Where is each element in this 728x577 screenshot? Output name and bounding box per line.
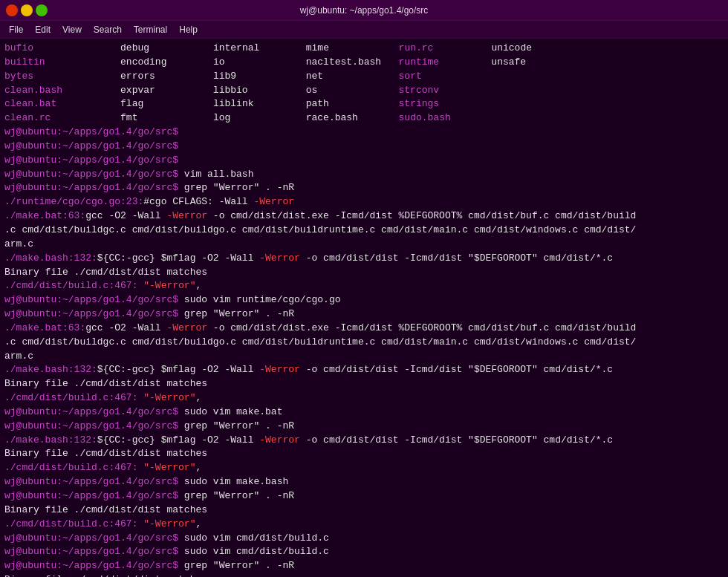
menu-help[interactable]: Help	[173, 23, 204, 36]
terminal-line: ./runtime/cgo/cgo.go:23:#cgo CFLAGS: -Wa…	[4, 195, 724, 209]
terminal-line: wj@ubuntu:~/apps/go1.4/go/src$ sudo vim …	[4, 545, 724, 559]
terminal-line: clean.bash expvar libbio os strconv	[4, 84, 724, 98]
menu-bar: File Edit View Search Terminal Help	[0, 21, 728, 39]
terminal-line: wj@ubuntu:~/apps/go1.4/go/src$	[4, 125, 724, 140]
terminal-line: wj@ubuntu:~/apps/go1.4/go/src$ sudo vim …	[4, 405, 724, 420]
terminal-line: .c cmd/dist/buildgc.c cmd/dist/buildgo.c…	[4, 224, 724, 238]
minimize-button[interactable]	[21, 4, 33, 16]
terminal-line: .c cmd/dist/buildgc.c cmd/dist/buildgo.c…	[4, 336, 724, 350]
terminal-line: Binary file ./cmd/dist/dist matches	[4, 447, 724, 461]
terminal-line: bytes errors lib9 net sort	[4, 70, 724, 84]
terminal-line: arm.c	[4, 350, 724, 364]
menu-edit[interactable]: Edit	[29, 23, 56, 36]
terminal-line: ./cmd/dist/build.c:467: "-Werror",	[4, 391, 724, 405]
menu-search[interactable]: Search	[88, 23, 128, 36]
terminal-line: ./make.bat:63:gcc -O2 -Wall -Werror -o c…	[4, 209, 724, 224]
title-bar: wj@ubuntu: ~/apps/go1.4/go/src	[0, 0, 728, 21]
terminal-line: ./cmd/dist/build.c:467: "-Werror",	[4, 461, 724, 475]
terminal-line: ./make.bat:63:gcc -O2 -Wall -Werror -o c…	[4, 322, 724, 336]
terminal-line: wj@ubuntu:~/apps/go1.4/go/src$ grep "Wer…	[4, 181, 724, 195]
maximize-button[interactable]	[36, 4, 48, 16]
menu-file[interactable]: File	[3, 23, 29, 36]
terminal-line: Binary file ./cmd/dist/dist matches	[4, 573, 724, 577]
terminal-wrapper: bufio debug internal mime run.rc unicode…	[0, 39, 728, 577]
terminal-line: wj@ubuntu:~/apps/go1.4/go/src$ grep "Wer…	[4, 307, 724, 322]
terminal-line: arm.c	[4, 238, 724, 252]
terminal-line: Binary file ./cmd/dist/dist matches	[4, 266, 724, 280]
terminal-line: builtin encoding io nacltest.bash runtim…	[4, 56, 724, 70]
terminal-line: wj@ubuntu:~/apps/go1.4/go/src$	[4, 154, 724, 168]
menu-terminal[interactable]: Terminal	[128, 23, 173, 36]
terminal-line: clean.bat flag liblink path strings	[4, 97, 724, 111]
terminal-line: ./cmd/dist/build.c:467: "-Werror",	[4, 518, 724, 532]
terminal-line: wj@ubuntu:~/apps/go1.4/go/src$ grep "Wer…	[4, 489, 724, 503]
terminal-line: wj@ubuntu:~/apps/go1.4/go/src$ grep "Wer…	[4, 420, 724, 434]
terminal-line: bufio debug internal mime run.rc unicode	[4, 42, 724, 56]
terminal-line: Binary file ./cmd/dist/dist matches	[4, 503, 724, 518]
terminal-line: ./make.bash:132:${CC:-gcc} $mflag -O2 -W…	[4, 434, 724, 448]
terminal-line: wj@ubuntu:~/apps/go1.4/go/src$ vim all.b…	[4, 168, 724, 182]
terminal-line: clean.rc fmt log race.bash sudo.bash	[4, 111, 724, 125]
terminal-line: wj@ubuntu:~/apps/go1.4/go/src$ grep "Wer…	[4, 559, 724, 573]
close-button[interactable]	[6, 4, 18, 16]
terminal-line: wj@ubuntu:~/apps/go1.4/go/src$	[4, 140, 724, 154]
terminal-line: wj@ubuntu:~/apps/go1.4/go/src$ sudo vim …	[4, 293, 724, 307]
window-title: wj@ubuntu: ~/apps/go1.4/go/src	[51, 5, 677, 16]
menu-view[interactable]: View	[56, 23, 88, 36]
terminal-line: wj@ubuntu:~/apps/go1.4/go/src$ sudo vim …	[4, 532, 724, 546]
terminal[interactable]: bufio debug internal mime run.rc unicode…	[0, 39, 728, 577]
terminal-line: Binary file ./cmd/dist/dist matches	[4, 377, 724, 391]
terminal-line: ./cmd/dist/build.c:467: "-Werror",	[4, 279, 724, 293]
terminal-line: ./make.bash:132:${CC:-gcc} $mflag -O2 -W…	[4, 252, 724, 266]
terminal-line: wj@ubuntu:~/apps/go1.4/go/src$ sudo vim …	[4, 475, 724, 489]
terminal-line: ./make.bash:132:${CC:-gcc} $mflag -O2 -W…	[4, 363, 724, 377]
